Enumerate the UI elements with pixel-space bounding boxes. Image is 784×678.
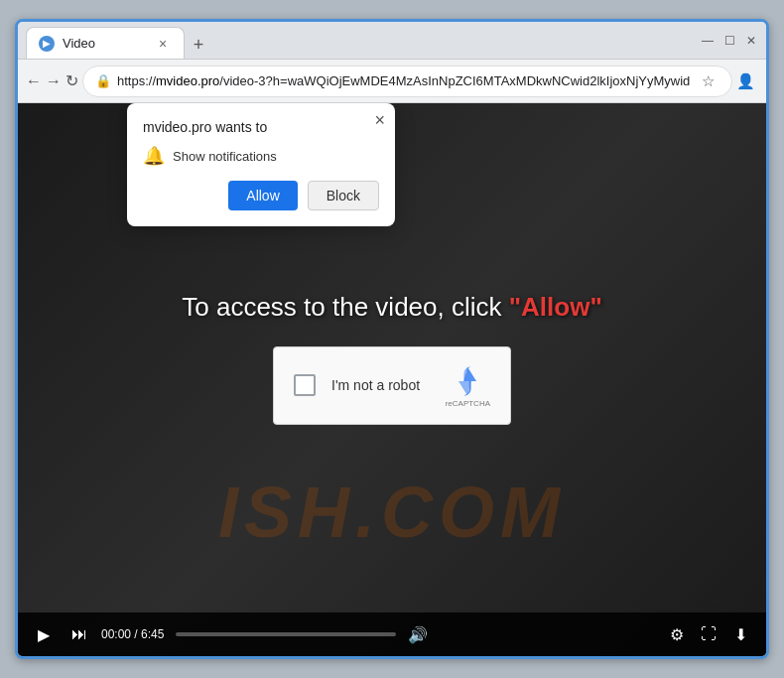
lock-icon: 🔒 bbox=[95, 73, 111, 88]
time-display: 00:00 / 6:45 bbox=[101, 627, 164, 641]
recaptcha-text: reCAPTCHA bbox=[446, 399, 490, 408]
star-icon[interactable]: ☆ bbox=[696, 69, 719, 93]
back-button[interactable]: ← bbox=[26, 66, 42, 97]
maximize-button[interactable]: ☐ bbox=[722, 34, 736, 48]
address-bar[interactable]: 🔒 https://mvideo.pro/video-3?h=waWQiOjEw… bbox=[82, 66, 732, 97]
popup-buttons: Allow Block bbox=[143, 181, 379, 210]
title-bar: ▶ Video × + — ☐ ✕ bbox=[18, 22, 766, 60]
browser-menu-button[interactable]: ⋮ bbox=[759, 66, 769, 97]
recaptcha-icon bbox=[450, 363, 485, 399]
tab-title: Video bbox=[63, 36, 146, 51]
captcha-checkbox[interactable] bbox=[294, 374, 316, 396]
popup-title: mvideo.pro wants to bbox=[143, 119, 379, 135]
video-text-highlight: "Allow" bbox=[509, 292, 602, 322]
tab-favicon: ▶ bbox=[39, 36, 55, 52]
play-button[interactable]: ▶ bbox=[30, 620, 58, 648]
download-button[interactable]: ⬇ bbox=[726, 620, 754, 648]
refresh-button[interactable]: ↻ bbox=[65, 66, 78, 97]
navigation-bar: ← → ↻ 🔒 https://mvideo.pro/video-3?h=waW… bbox=[18, 60, 766, 103]
url-text: https://mvideo.pro/video-3?h=waWQiOjEwMD… bbox=[117, 73, 690, 88]
address-actions: ☆ bbox=[696, 69, 719, 93]
page-content: × mvideo.pro wants to 🔔 Show notificatio… bbox=[18, 103, 766, 656]
popup-notification-row: 🔔 Show notifications bbox=[143, 145, 379, 167]
close-button[interactable]: ✕ bbox=[744, 34, 758, 48]
video-controls: ▶ ⏭ 00:00 / 6:45 🔊 ⚙ ⛶ ⬇ bbox=[18, 612, 766, 656]
skip-button[interactable]: ⏭ bbox=[65, 620, 93, 648]
fullscreen-button[interactable]: ⛶ bbox=[695, 620, 722, 648]
popup-notification-text: Show notifications bbox=[173, 149, 277, 164]
settings-button[interactable]: ⚙ bbox=[663, 620, 691, 648]
video-center-content: To access to the video, click "Allow" I'… bbox=[182, 292, 601, 425]
volume-icon[interactable]: 🔊 bbox=[408, 625, 428, 644]
minimize-button[interactable]: — bbox=[701, 34, 715, 48]
window-controls: — ☐ ✕ bbox=[701, 34, 758, 48]
video-main-text: To access to the video, click "Allow" bbox=[182, 292, 601, 323]
active-tab[interactable]: ▶ Video × bbox=[26, 27, 185, 59]
tab-area: ▶ Video × + bbox=[26, 22, 689, 59]
browser-window: ▶ Video × + — ☐ ✕ ← → ↻ 🔒 https://mvideo… bbox=[15, 19, 769, 659]
controls-right: ⚙ ⛶ ⬇ bbox=[663, 620, 754, 648]
video-watermark: ISH.COM bbox=[218, 472, 566, 553]
notification-popup: × mvideo.pro wants to 🔔 Show notificatio… bbox=[127, 103, 395, 226]
block-button[interactable]: Block bbox=[308, 181, 379, 210]
progress-bar[interactable] bbox=[176, 632, 395, 636]
url-domain: mvideo.pro bbox=[156, 73, 219, 88]
popup-close-button[interactable]: × bbox=[374, 111, 385, 129]
new-tab-button[interactable]: + bbox=[185, 31, 212, 59]
allow-button[interactable]: Allow bbox=[228, 181, 297, 210]
captcha-logo: reCAPTCHA bbox=[446, 363, 490, 408]
recaptcha-box[interactable]: I'm not a robot reCAPTCHA bbox=[273, 346, 511, 425]
tab-close-button[interactable]: × bbox=[154, 35, 172, 53]
captcha-label: I'm not a robot bbox=[331, 377, 420, 393]
forward-button[interactable]: → bbox=[46, 66, 62, 97]
profile-icon[interactable]: 👤 bbox=[736, 69, 755, 93]
bell-icon: 🔔 bbox=[143, 145, 165, 167]
video-text-prefix: To access to the video, click bbox=[182, 292, 508, 322]
